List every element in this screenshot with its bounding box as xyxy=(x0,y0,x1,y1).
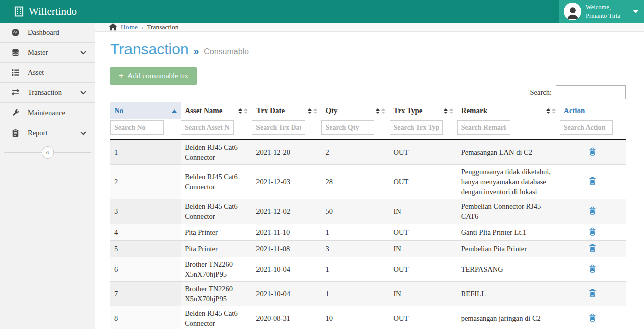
column-header-no[interactable]: No xyxy=(110,102,181,119)
delete-button[interactable] xyxy=(587,263,598,275)
table-row: 2Belden RJ45 Cat6 Connector2021-12-0328O… xyxy=(110,165,626,199)
column-header-trx_type[interactable]: Trx Type xyxy=(390,102,457,119)
sidebar-item-dashboard[interactable]: Dashboard xyxy=(0,23,95,43)
cell-trx_type: IN xyxy=(390,241,457,257)
column-header-remark[interactable]: Remark xyxy=(457,102,560,119)
cell-no: 8 xyxy=(110,306,181,329)
delete-button[interactable] xyxy=(587,146,598,158)
breadcrumb-home-link[interactable]: Home xyxy=(121,23,138,31)
cell-no: 2 xyxy=(110,165,181,199)
content: Transaction » Consumable + Add consumabl… xyxy=(95,32,644,329)
cell-trx_type: OUT xyxy=(390,224,457,241)
trash-icon xyxy=(588,177,597,185)
search-asset_name-input[interactable] xyxy=(181,120,234,135)
cell-remark: Pemasangan LAN di C2 xyxy=(457,140,560,165)
search-remark-input[interactable] xyxy=(457,120,510,135)
trash-icon xyxy=(588,147,597,156)
cell-trx_date: 2021-12-03 xyxy=(252,165,321,199)
column-label: Trx Type xyxy=(394,106,423,115)
chevron-down-icon xyxy=(80,49,87,56)
cell-qty: 28 xyxy=(321,165,389,199)
user-menu[interactable]: Welcome, Prinanto Tirta xyxy=(559,0,644,23)
trash-icon xyxy=(588,244,597,252)
cell-trx_date: 2020-08-31 xyxy=(252,306,321,329)
filter-cell-trx_date xyxy=(252,119,321,140)
cell-trx_type: IN xyxy=(390,199,457,224)
brand[interactable]: Willertindo xyxy=(0,5,77,18)
sidebar-item-maintenance[interactable]: Maintenance xyxy=(0,103,95,123)
delete-button[interactable] xyxy=(587,312,598,324)
cell-trx_type: OUT xyxy=(390,140,457,165)
search-no-input[interactable] xyxy=(110,120,164,135)
sidebar-item-asset[interactable]: Asset xyxy=(0,63,95,83)
filter-cell-action xyxy=(560,119,626,140)
table-row: 3Belden RJ45 Cat6 Connector2021-12-0250I… xyxy=(110,199,626,224)
sort-icon xyxy=(376,108,385,114)
welcome-text: Welcome, Prinanto Tirta xyxy=(586,3,631,20)
main-area: Home › Transaction Transaction » Consuma… xyxy=(95,23,644,329)
cell-no: 1 xyxy=(110,140,181,165)
column-label: Qty xyxy=(325,106,337,115)
subtitle-marker: » xyxy=(194,46,199,57)
sidebar-item-report[interactable]: Report xyxy=(0,123,95,143)
cell-trx_date: 2021-12-20 xyxy=(252,140,321,165)
table-row: 6Brother TN2260 X5nX70hjP952021-10-041OU… xyxy=(110,257,626,282)
table-row: 7Brother TN2260 X5nX70hjP952021-10-041IN… xyxy=(110,282,626,306)
search-qty-input[interactable] xyxy=(321,120,374,135)
cell-trx_type: OUT xyxy=(390,165,457,199)
cell-qty: 1 xyxy=(321,224,389,241)
person-icon xyxy=(565,5,580,20)
transactions-table: NoAsset NameTrx DateQtyTrx TypeRemarkAct… xyxy=(110,102,626,329)
sidebar-item-label: Maintenance xyxy=(28,108,87,117)
delete-button[interactable] xyxy=(587,205,598,217)
database-icon xyxy=(11,48,20,57)
cell-action xyxy=(560,224,626,241)
column-header-trx_date[interactable]: Trx Date xyxy=(252,102,321,119)
column-label: Remark xyxy=(461,106,488,115)
exchange-icon xyxy=(11,88,20,97)
cell-trx_type: OUT xyxy=(390,257,457,282)
cell-no: 5 xyxy=(110,241,181,257)
sidebar-item-transaction[interactable]: Transaction xyxy=(0,83,95,103)
delete-button[interactable] xyxy=(587,243,598,255)
chevron-down-icon xyxy=(80,130,87,137)
column-header-asset_name[interactable]: Asset Name xyxy=(181,102,252,119)
cell-qty: 10 xyxy=(321,306,389,329)
cell-asset_name: Brother TN2260 X5nX70hjP95 xyxy=(181,257,252,282)
sidebar: DashboardMasterAssetTransactionMaintenan… xyxy=(0,23,95,329)
search-trx_date-input[interactable] xyxy=(252,120,305,135)
search-action-input[interactable] xyxy=(560,120,613,135)
add-consumable-trx-button[interactable]: + Add consumable trx xyxy=(110,67,197,85)
trash-icon xyxy=(588,313,597,322)
trash-icon xyxy=(588,206,597,215)
delete-button[interactable] xyxy=(587,176,598,188)
column-header-qty[interactable]: Qty xyxy=(321,102,389,119)
cell-asset_name: Brother TN2260 X5nX70hjP95 xyxy=(181,282,252,306)
delete-button[interactable] xyxy=(587,288,598,300)
cell-trx_type: OUT xyxy=(390,306,457,329)
search-trx_type-input[interactable] xyxy=(390,120,443,135)
breadcrumb: Home › Transaction xyxy=(95,23,644,32)
breadcrumb-current: Transaction xyxy=(147,23,178,31)
cell-trx_date: 2021-11-08 xyxy=(252,241,321,257)
cell-trx_date: 2021-12-02 xyxy=(252,199,321,224)
cell-action xyxy=(560,306,626,329)
global-search-input[interactable] xyxy=(556,85,626,99)
sidebar-collapse-button[interactable]: « xyxy=(41,146,54,159)
cell-action xyxy=(560,199,626,224)
cell-asset_name: Pita Printer xyxy=(181,241,252,257)
table-row: 1Belden RJ45 Cat6 Connector2021-12-202OU… xyxy=(110,140,626,165)
sidebar-item-label: Asset xyxy=(28,68,87,77)
clipboard-icon xyxy=(11,129,20,137)
delete-button[interactable] xyxy=(587,226,598,238)
cell-remark: REFILL xyxy=(457,282,560,306)
tachometer-icon xyxy=(11,28,20,37)
cell-no: 7 xyxy=(110,282,181,306)
cell-action xyxy=(560,140,626,165)
column-label: Asset Name xyxy=(185,106,222,115)
cell-qty: 2 xyxy=(321,140,389,165)
sidebar-item-master[interactable]: Master xyxy=(0,43,95,63)
table-row: 4Pita Printer2021-11-101OUTGanti PIta Pr… xyxy=(110,224,626,241)
trash-icon xyxy=(588,227,597,236)
cell-asset_name: Belden RJ45 Cat6 Connector xyxy=(181,165,252,199)
